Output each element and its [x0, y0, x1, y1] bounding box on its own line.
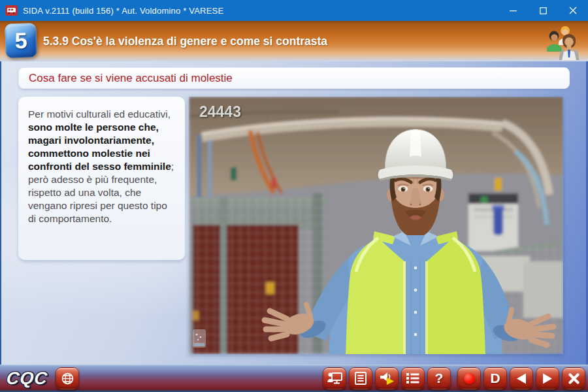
lesson-subtitle: Cosa fare se si viene accusati di molest…	[29, 72, 233, 85]
audio-button[interactable]	[375, 367, 399, 389]
watermark-logo	[193, 329, 206, 348]
chapter-badge: 5	[5, 23, 37, 58]
window-title: SIDA v.2111 (build 156) * Aut. Voldomino…	[23, 6, 223, 16]
bottom-toolbar: CQC	[0, 365, 588, 392]
audio-icon	[380, 371, 395, 385]
list-icon	[406, 372, 419, 384]
d-button[interactable]: D	[483, 367, 507, 389]
window-left-edge	[0, 61, 1, 365]
app-window: SIDA v.2111 (build 156) * Aut. Voldomino…	[0, 0, 588, 392]
record-button[interactable]	[457, 367, 481, 389]
list-button[interactable]	[401, 367, 425, 389]
exit-icon	[568, 373, 580, 384]
back-icon	[516, 373, 527, 384]
titlebar: SIDA v.2111 (build 156) * Aut. Voldomino…	[0, 0, 588, 21]
close-button[interactable]	[558, 0, 588, 21]
lesson-paragraph: Per motivi culturali ed educativi, sono …	[28, 108, 176, 225]
page-title: 5.3.9 Cos'è la violenza di genere e come…	[43, 21, 327, 61]
forward-button[interactable]	[536, 367, 559, 389]
globe-icon	[61, 372, 74, 385]
image-number: 24443	[199, 103, 241, 120]
document-icon	[354, 372, 367, 385]
chapter-number: 5	[14, 27, 27, 54]
record-icon	[464, 373, 475, 384]
lesson-photo: 24443	[189, 97, 563, 354]
forward-icon	[542, 373, 553, 384]
exit-button[interactable]	[562, 367, 585, 389]
toolbar-buttons: ? D	[323, 367, 585, 389]
d-icon: D	[490, 370, 500, 386]
minimize-button[interactable]	[498, 0, 528, 21]
maximize-button[interactable]	[528, 0, 558, 21]
globe-button[interactable]	[56, 367, 79, 389]
lesson-text-panel: Per motivi culturali ed educativi, sono …	[18, 97, 185, 260]
app-icon	[5, 5, 18, 16]
main-area: Cosa fare se si viene accusati di molest…	[0, 61, 588, 365]
back-button[interactable]	[510, 367, 533, 389]
document-button[interactable]	[349, 367, 372, 389]
minimize-icon	[510, 7, 517, 14]
close-icon	[569, 7, 577, 14]
presenter-icon	[327, 372, 342, 385]
lesson-subtitle-bar: Cosa fare se si viene accusati di molest…	[18, 67, 570, 89]
help-button[interactable]: ?	[427, 367, 451, 389]
presenter-button[interactable]	[323, 367, 346, 389]
chapter-header: 5 5.3.9 Cos'è la violenza di genere e co…	[0, 21, 588, 61]
window-controls	[498, 0, 588, 21]
help-icon: ?	[435, 370, 444, 386]
maximize-icon	[540, 7, 547, 14]
people-icon[interactable]	[545, 25, 583, 60]
cqc-logo: CQC	[5, 368, 48, 389]
